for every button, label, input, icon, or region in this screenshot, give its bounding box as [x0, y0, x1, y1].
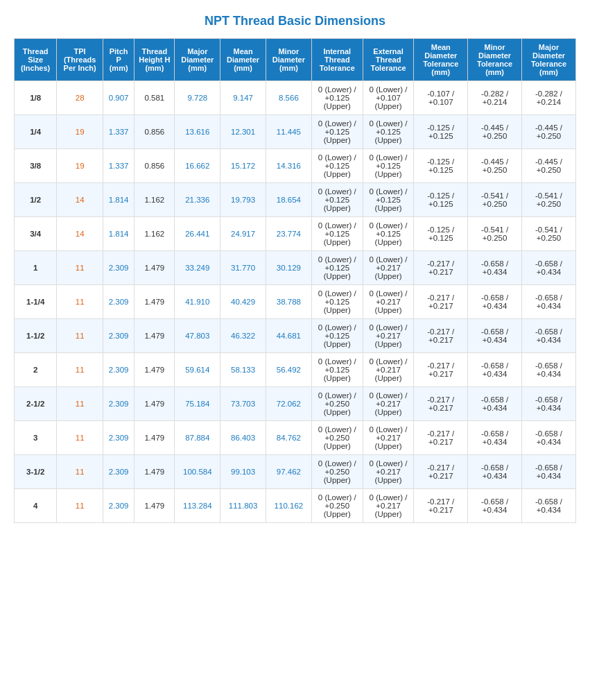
cell-mean-tol: -0.217 / +0.217 [414, 251, 468, 285]
cell-pitch: 2.309 [103, 319, 134, 353]
cell-minor-tol: -0.282 / +0.214 [468, 81, 522, 115]
table-row: 2-1/2 11 2.309 1.479 75.184 73.703 72.06… [15, 387, 576, 421]
cell-minor: 14.316 [266, 149, 311, 183]
cell-minor-tol: -0.445 / +0.250 [468, 115, 522, 149]
cell-int-tol: 0 (Lower) / +0.125 (Upper) [311, 149, 363, 183]
cell-int-tol: 0 (Lower) / +0.125 (Upper) [311, 183, 363, 217]
cell-minor-tol: -0.658 / +0.434 [468, 353, 522, 387]
cell-minor: 23.774 [266, 217, 311, 251]
cell-height: 0.856 [135, 149, 175, 183]
table-row: 3-1/2 11 2.309 1.479 100.584 99.103 97.4… [15, 455, 576, 489]
cell-tpi: 14 [57, 217, 103, 251]
table-row: 2 11 2.309 1.479 59.614 58.133 56.492 0 … [15, 353, 576, 387]
cell-major-tol: -0.658 / +0.434 [522, 489, 576, 523]
cell-ext-tol: 0 (Lower) / +0.217 (Upper) [363, 353, 414, 387]
cell-thread-size: 4 [15, 489, 57, 523]
cell-int-tol: 0 (Lower) / +0.125 (Upper) [311, 251, 363, 285]
cell-int-tol: 0 (Lower) / +0.250 (Upper) [311, 455, 363, 489]
cell-tpi: 11 [57, 285, 103, 319]
cell-tpi: 11 [57, 251, 103, 285]
cell-minor-tol: -0.658 / +0.434 [468, 285, 522, 319]
cell-mean: 99.103 [220, 455, 266, 489]
cell-minor-tol: -0.541 / +0.250 [468, 217, 522, 251]
cell-thread-size: 1/4 [15, 115, 57, 149]
cell-pitch: 2.309 [103, 251, 134, 285]
cell-mean-tol: -0.217 / +0.217 [414, 285, 468, 319]
cell-major: 13.616 [175, 115, 220, 149]
cell-minor-tol: -0.445 / +0.250 [468, 149, 522, 183]
cell-mean-tol: -0.217 / +0.217 [414, 353, 468, 387]
cell-minor: 56.492 [266, 353, 311, 387]
cell-major-tol: -0.658 / +0.434 [522, 455, 576, 489]
cell-major-tol: -0.541 / +0.250 [522, 183, 576, 217]
cell-minor-tol: -0.658 / +0.434 [468, 319, 522, 353]
cell-minor-tol: -0.658 / +0.434 [468, 421, 522, 455]
cell-int-tol: 0 (Lower) / +0.125 (Upper) [311, 285, 363, 319]
cell-major: 113.284 [175, 489, 220, 523]
cell-height: 1.479 [135, 489, 175, 523]
col-header-ext-tol: External Thread Tolerance [363, 39, 414, 81]
cell-minor: 110.162 [266, 489, 311, 523]
cell-ext-tol: 0 (Lower) / +0.125 (Upper) [363, 183, 414, 217]
cell-int-tol: 0 (Lower) / +0.250 (Upper) [311, 387, 363, 421]
cell-tpi: 14 [57, 183, 103, 217]
cell-major: 26.441 [175, 217, 220, 251]
col-header-mean-tol: Mean Diameter Tolerance (mm) [414, 39, 468, 81]
cell-minor-tol: -0.658 / +0.434 [468, 387, 522, 421]
cell-major: 21.336 [175, 183, 220, 217]
cell-thread-size: 2-1/2 [15, 387, 57, 421]
cell-mean: 31.770 [220, 251, 266, 285]
cell-major-tol: -0.658 / +0.434 [522, 353, 576, 387]
cell-major-tol: -0.658 / +0.434 [522, 387, 576, 421]
cell-tpi: 11 [57, 455, 103, 489]
cell-minor: 11.445 [266, 115, 311, 149]
table-row: 1/2 14 1.814 1.162 21.336 19.793 18.654 … [15, 183, 576, 217]
cell-major: 16.662 [175, 149, 220, 183]
col-header-height: Thread Height H (mm) [135, 39, 175, 81]
table-row: 1/8 28 0.907 0.581 9.728 9.147 8.566 0 (… [15, 81, 576, 115]
cell-height: 1.479 [135, 319, 175, 353]
cell-pitch: 2.309 [103, 489, 134, 523]
cell-height: 1.162 [135, 217, 175, 251]
cell-minor-tol: -0.658 / +0.434 [468, 251, 522, 285]
cell-mean-tol: -0.107 / +0.107 [414, 81, 468, 115]
cell-pitch: 0.907 [103, 81, 134, 115]
col-header-tpi: TPI (Threads Per Inch) [57, 39, 103, 81]
cell-major: 9.728 [175, 81, 220, 115]
cell-major: 41.910 [175, 285, 220, 319]
cell-pitch: 2.309 [103, 285, 134, 319]
cell-mean: 9.147 [220, 81, 266, 115]
cell-height: 1.479 [135, 353, 175, 387]
col-header-mean: Mean Diameter (mm) [220, 39, 266, 81]
table-body: 1/8 28 0.907 0.581 9.728 9.147 8.566 0 (… [15, 81, 576, 523]
cell-mean-tol: -0.125 / +0.125 [414, 149, 468, 183]
cell-tpi: 11 [57, 421, 103, 455]
cell-ext-tol: 0 (Lower) / +0.217 (Upper) [363, 319, 414, 353]
cell-int-tol: 0 (Lower) / +0.125 (Upper) [311, 353, 363, 387]
cell-tpi: 19 [57, 149, 103, 183]
cell-ext-tol: 0 (Lower) / +0.217 (Upper) [363, 251, 414, 285]
cell-minor-tol: -0.541 / +0.250 [468, 183, 522, 217]
cell-major: 59.614 [175, 353, 220, 387]
table-row: 1 11 2.309 1.479 33.249 31.770 30.129 0 … [15, 251, 576, 285]
cell-major: 47.803 [175, 319, 220, 353]
cell-mean: 58.133 [220, 353, 266, 387]
col-header-thread-size: Thread Size (Inches) [15, 39, 57, 81]
cell-major: 75.184 [175, 387, 220, 421]
col-header-minor-tol: Minor Diameter Tolerance (mm) [468, 39, 522, 81]
table-header-row: Thread Size (Inches) TPI (Threads Per In… [15, 39, 576, 81]
cell-height: 1.479 [135, 455, 175, 489]
cell-thread-size: 1/2 [15, 183, 57, 217]
cell-tpi: 11 [57, 353, 103, 387]
cell-mean: 111.803 [220, 489, 266, 523]
cell-int-tol: 0 (Lower) / +0.125 (Upper) [311, 319, 363, 353]
table-row: 1/4 19 1.337 0.856 13.616 12.301 11.445 … [15, 115, 576, 149]
cell-ext-tol: 0 (Lower) / +0.217 (Upper) [363, 421, 414, 455]
cell-minor: 30.129 [266, 251, 311, 285]
cell-int-tol: 0 (Lower) / +0.125 (Upper) [311, 217, 363, 251]
cell-int-tol: 0 (Lower) / +0.125 (Upper) [311, 81, 363, 115]
cell-height: 1.479 [135, 251, 175, 285]
cell-ext-tol: 0 (Lower) / +0.217 (Upper) [363, 489, 414, 523]
cell-ext-tol: 0 (Lower) / +0.217 (Upper) [363, 285, 414, 319]
cell-minor: 44.681 [266, 319, 311, 353]
